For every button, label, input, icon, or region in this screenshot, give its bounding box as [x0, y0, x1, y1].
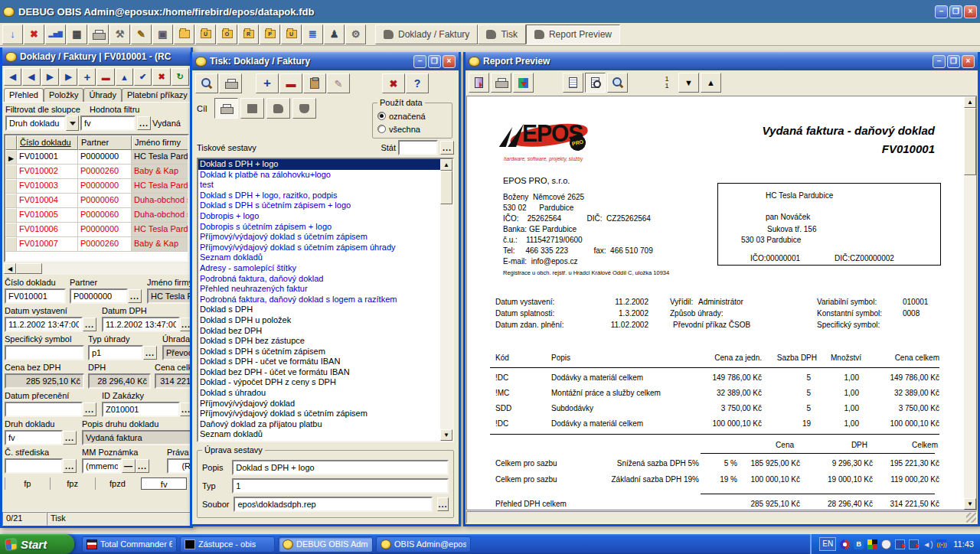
report-list-item[interactable]: Příjmový/výdajový doklad s účetním zápis… [198, 409, 440, 419]
wireless-icon[interactable]: ((•)) [936, 539, 946, 549]
tisk-close-button[interactable]: × [443, 55, 456, 68]
folder-u-button[interactable]: Ú [195, 24, 216, 44]
table-row[interactable]: FV010007 P0000260 Baby & Kap [5, 237, 188, 252]
stat-ellipsis-button[interactable]: ... [440, 141, 454, 155]
add-report-button[interactable]: + [256, 73, 279, 93]
typ-uhrady-ellipsis-button[interactable]: ... [143, 346, 157, 360]
target-file-button[interactable] [266, 98, 290, 119]
prev-page-button[interactable]: ▲ [701, 73, 721, 93]
resize-grip[interactable] [966, 513, 976, 523]
folder-o-button[interactable]: O [217, 24, 237, 44]
report-list-item[interactable]: Doklad s DPH + logo, razitko, podpis [198, 191, 440, 201]
report-list-item[interactable]: Seznam dokladů [198, 253, 440, 263]
report-list-item[interactable]: Přehled neuhrazených faktur [198, 284, 440, 295]
preview-button[interactable] [195, 73, 218, 93]
id-zakazky-field[interactable] [102, 402, 180, 417]
notes-button[interactable]: ✎ [131, 24, 152, 44]
copy-button[interactable]: ▣ [152, 24, 173, 44]
report-list-item[interactable]: Doklad k platbě na zálohovku+logo [198, 170, 440, 181]
mm-poznamka-minus-button[interactable]: — [122, 459, 136, 473]
language-indicator[interactable]: EN [819, 537, 836, 551]
sync-tray-icon[interactable] [840, 539, 850, 549]
minimize-button[interactable]: – [935, 5, 948, 18]
report-list-item[interactable]: Příjmový/výdajový doklad [198, 399, 440, 409]
edit-report-button[interactable]: ✎ [327, 73, 350, 93]
mouse-icon[interactable] [881, 539, 891, 549]
doc-type-segment[interactable]: fv [141, 477, 187, 490]
abacus-button[interactable]: ≣ [302, 24, 323, 44]
table-row[interactable]: FV010005 P0000060 Duha-obchod s te [5, 208, 188, 223]
scroll-left-button[interactable]: ◀ [4, 263, 16, 274]
folder-p-button[interactable]: P [260, 24, 280, 44]
doklady-tab[interactable]: Úhrady [83, 88, 121, 102]
delete-button[interactable]: ✖ [24, 24, 44, 44]
column-header-cislo[interactable]: Číslo dokladu [17, 135, 78, 150]
report-list-item[interactable]: Příjmový/výdajový doklad s účetním zápis… [198, 243, 440, 253]
filter-column-dropdown-button[interactable] [66, 116, 79, 131]
help-button[interactable]: ? [406, 73, 429, 93]
vscroll-thumb[interactable] [440, 171, 452, 204]
doklady-tab[interactable]: Přehled [4, 88, 44, 102]
delete-record-button[interactable]: ▬ [96, 68, 114, 86]
page-width-button[interactable] [585, 73, 606, 93]
datum-preceneni-field[interactable] [5, 402, 83, 417]
scroll-up-button[interactable]: ▲ [440, 159, 452, 171]
volume-icon[interactable]: ◄) [923, 539, 933, 549]
zoom-button[interactable] [607, 73, 628, 93]
app-tab[interactable]: Report Preview [526, 24, 620, 44]
typ-input[interactable] [232, 478, 449, 494]
report-list-item[interactable]: Seznam dokladů [198, 429, 440, 440]
export-preview-button[interactable] [513, 73, 534, 93]
tools-button[interactable]: ⚒ [109, 24, 130, 44]
bluetooth-icon[interactable]: B [854, 539, 864, 549]
app-tab[interactable]: Tisk [478, 24, 526, 44]
first-record-button[interactable]: ◀ [4, 68, 21, 86]
display-colors-icon[interactable] [867, 539, 877, 549]
refresh-button[interactable]: ↻ [172, 68, 189, 86]
settings-button[interactable]: ⚙ [345, 24, 366, 44]
target-screen-button[interactable] [240, 98, 264, 119]
list-vscrollbar[interactable]: ▲ ▼ [440, 159, 452, 441]
print-button[interactable] [88, 24, 109, 44]
exit-preview-button[interactable] [469, 73, 489, 93]
partner-ellipsis-button[interactable]: ... [128, 289, 142, 303]
report-list-item[interactable]: Podrobná faktura, daňový doklad [198, 274, 440, 285]
report-list-item[interactable]: Daňový doklad za přijatou platbu [198, 419, 440, 430]
report-maximize-button[interactable]: ❒ [947, 55, 960, 68]
report-list-item[interactable]: Doklad s DPH s účetním zápisem [198, 347, 440, 357]
report-vscrollbar[interactable]: ▲ ▼ [964, 96, 976, 510]
report-list-item[interactable]: test [198, 180, 440, 191]
report-list-item[interactable]: Dobropis s účetním zápisem + logo [198, 222, 440, 233]
folder-button[interactable] [174, 24, 194, 44]
typ-uhrady-field[interactable] [88, 345, 143, 360]
network-disconnected-icon[interactable] [895, 539, 905, 549]
report-list-item[interactable]: Doklad - výpočet DPH z ceny s DPH [198, 377, 440, 388]
target-email-button[interactable] [292, 98, 316, 119]
report-list-item[interactable]: Doklad s DPH bez zástupce [198, 336, 440, 347]
druh-dokladu-ellipsis-button[interactable]: ... [63, 431, 77, 445]
print-report-button[interactable] [219, 73, 242, 93]
stredisko-ellipsis-button[interactable]: ... [63, 459, 77, 473]
stat-input[interactable] [398, 140, 438, 155]
stredisko-field[interactable] [5, 458, 63, 474]
popis-input[interactable] [232, 460, 449, 475]
report-list-item[interactable]: Doklad bez DPH [198, 326, 440, 337]
close-dialog-button[interactable]: ✖ [382, 73, 405, 93]
last-record-button[interactable]: ▶ [60, 68, 77, 86]
doc-type-segment[interactable]: fp [5, 477, 50, 490]
table-row[interactable]: FV010002 P0000260 Baby & Kap [5, 165, 188, 179]
cancel-edit-button[interactable]: ✖ [152, 68, 170, 86]
app-tab[interactable]: Doklady / Faktury [375, 24, 478, 44]
mm-poznamka-field[interactable] [82, 458, 122, 474]
taskbar-task-button[interactable]: DEBUG OBIS Admin@... [278, 536, 373, 552]
report-list-item[interactable]: Doklad s DPH - učet ve formátu IBAN [198, 357, 440, 367]
confirm-button[interactable]: ✔ [134, 68, 152, 86]
taskbar-task-button[interactable]: Zástupce - obis [180, 536, 275, 552]
report-list-item[interactable]: Doklad s úhradou [198, 388, 440, 399]
report-list-item[interactable]: Doklad s DPH u položek [198, 315, 440, 326]
report-scroll-down-button[interactable]: ▼ [964, 498, 976, 510]
doklady-tab[interactable]: Platební příkazy [122, 88, 193, 102]
report-vscroll-thumb[interactable] [964, 108, 976, 175]
use-data-option[interactable]: všechna [377, 122, 447, 135]
print-preview-button[interactable] [491, 73, 511, 93]
